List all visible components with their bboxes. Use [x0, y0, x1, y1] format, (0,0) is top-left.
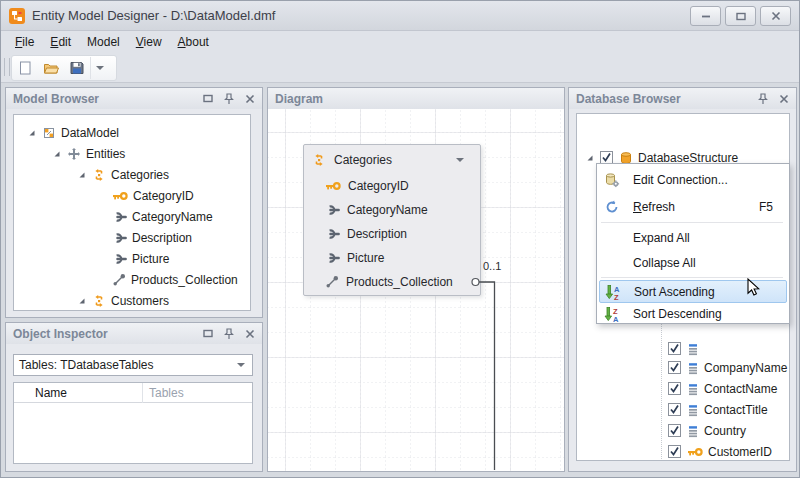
- tree-item-categoryname[interactable]: CategoryName: [112, 206, 213, 227]
- tree-item-companyname[interactable]: CompanyName: [668, 357, 787, 378]
- checkbox-checked-icon[interactable]: [668, 382, 681, 395]
- open-folder-icon: [43, 60, 59, 76]
- close-icon: [771, 11, 781, 21]
- chevron-down-icon[interactable]: [456, 158, 464, 162]
- object-inspector-panel: Object Inspector Tables: TDatabaseTables…: [5, 322, 263, 472]
- database-browser-title: Database Browser: [576, 92, 681, 106]
- column-icon: [687, 382, 699, 396]
- entity-field-picture[interactable]: Picture: [304, 246, 480, 270]
- object-inspector-header: Object Inspector: [6, 323, 262, 344]
- model-browser-panel: Model Browser DataModel Entities Categor…: [5, 87, 263, 318]
- new-document-icon: [17, 60, 33, 76]
- pin-icon[interactable]: [758, 93, 768, 105]
- pin-icon[interactable]: [224, 328, 234, 340]
- save-button[interactable]: [64, 57, 90, 79]
- tree-item-contacttitle[interactable]: ContactTitle: [668, 399, 768, 420]
- key-icon: [687, 446, 703, 458]
- grid-column-name[interactable]: Name: [35, 386, 67, 400]
- sort-descending-icon: [604, 306, 620, 322]
- object-selector-combobox[interactable]: Tables: TDatabaseTables: [13, 354, 253, 376]
- model-browser-tree: DataModel Entities Categories CategoryID…: [13, 114, 251, 311]
- expand-arrow-icon[interactable]: [53, 150, 61, 158]
- mouse-cursor-icon: [747, 278, 760, 296]
- window-title: Entity Model Designer - D:\DataModel.dmf: [32, 8, 275, 23]
- diagram-header: Diagram: [268, 88, 564, 109]
- menu-model[interactable]: Model: [79, 32, 128, 52]
- tree-item-picture[interactable]: Picture: [112, 248, 169, 269]
- database-browser-header: Database Browser: [569, 88, 796, 109]
- menu-view[interactable]: View: [128, 32, 170, 52]
- maximize-panel-icon[interactable]: [203, 94, 213, 103]
- connector-multiplicity-label: 0..1: [483, 260, 501, 272]
- minimize-button[interactable]: [690, 6, 721, 26]
- entity-field-categoryname[interactable]: CategoryName: [304, 198, 480, 222]
- context-menu: Edit Connection... Refresh F5 Expand All…: [596, 163, 790, 324]
- close-icon[interactable]: [245, 94, 255, 104]
- grid-header-row: Name Tables: [14, 383, 252, 403]
- tree-item-country[interactable]: Country: [668, 420, 746, 441]
- save-icon: [69, 60, 85, 76]
- shortcut-label: F5: [759, 200, 773, 214]
- tree-item-customerid[interactable]: CustomerID: [668, 441, 772, 461]
- entity-card-categories[interactable]: Categories CategoryID CategoryName Descr…: [303, 144, 481, 296]
- open-button[interactable]: [38, 57, 64, 79]
- wrench-field-icon: [112, 212, 127, 222]
- grid-column-tables[interactable]: Tables: [149, 386, 184, 400]
- checkbox-checked-icon[interactable]: [668, 361, 681, 374]
- tree-indent-guide: [661, 314, 663, 459]
- wrench-field-icon: [325, 205, 340, 215]
- wrench-field-icon: [325, 229, 340, 239]
- tree-item-contactname[interactable]: ContactName: [668, 378, 777, 399]
- close-icon[interactable]: [245, 329, 255, 339]
- column-icon: [687, 424, 699, 438]
- checkbox-checked-icon[interactable]: [668, 424, 681, 437]
- tree-item-entities[interactable]: Entities: [53, 143, 125, 164]
- tree-item-partial[interactable]: [668, 338, 704, 359]
- maximize-panel-icon[interactable]: [203, 329, 213, 338]
- checkbox-checked-icon[interactable]: [668, 342, 681, 355]
- maximize-button[interactable]: [725, 6, 756, 26]
- object-inspector-title: Object Inspector: [13, 327, 108, 341]
- tree-item-categoryid[interactable]: CategoryID: [112, 185, 194, 206]
- wrench-field-icon: [112, 233, 127, 243]
- menu-item-expand-all[interactable]: Expand All: [599, 225, 787, 250]
- new-button[interactable]: [12, 57, 38, 79]
- app-icon: [9, 8, 25, 24]
- object-selector-value: Tables: TDatabaseTables: [19, 358, 154, 372]
- checkbox-checked-icon[interactable]: [668, 403, 681, 416]
- expand-arrow-icon[interactable]: [78, 171, 86, 179]
- link-icon: [112, 273, 126, 287]
- menu-edit[interactable]: Edit: [42, 32, 79, 52]
- menu-item-collapse-all[interactable]: Collapse All: [599, 250, 787, 275]
- toolbar: [1, 53, 799, 83]
- toolbar-grip[interactable]: [4, 58, 10, 76]
- entity-field-categoryid[interactable]: CategoryID: [304, 174, 480, 198]
- expand-arrow-icon[interactable]: [28, 129, 36, 137]
- close-button[interactable]: [760, 6, 791, 26]
- checkbox-checked-icon[interactable]: [668, 445, 681, 458]
- wrench-field-icon: [112, 254, 127, 264]
- tree-item-datamodel[interactable]: DataModel: [28, 122, 119, 143]
- entity-field-description[interactable]: Description: [304, 222, 480, 246]
- entity-card-header[interactable]: Categories: [304, 145, 480, 174]
- tree-item-categories[interactable]: Categories: [78, 164, 169, 185]
- tree-item-description[interactable]: Description: [112, 227, 192, 248]
- toolbar-dropdown-button[interactable]: [90, 57, 109, 79]
- diagram-canvas[interactable]: Categories CategoryID CategoryName Descr…: [268, 109, 564, 471]
- tree-item-products-collection[interactable]: Products_Collection: [112, 269, 238, 290]
- entity-field-products-collection[interactable]: Products_Collection: [304, 270, 480, 294]
- menu-item-refresh[interactable]: Refresh F5: [599, 193, 787, 220]
- pin-icon[interactable]: [224, 93, 234, 105]
- tree-item-customers[interactable]: Customers: [78, 290, 169, 311]
- menu-file[interactable]: File: [7, 32, 42, 52]
- menu-about[interactable]: About: [170, 32, 217, 52]
- maximize-icon: [736, 12, 746, 21]
- expand-arrow-icon[interactable]: [586, 154, 594, 162]
- menu-item-edit-connection[interactable]: Edit Connection...: [599, 166, 787, 193]
- menu-item-sort-descending[interactable]: Sort Descending: [599, 303, 787, 324]
- menu-bar: File Edit Model View About: [1, 31, 799, 53]
- chevron-down-icon: [96, 66, 104, 70]
- close-icon[interactable]: [779, 94, 789, 104]
- key-icon: [112, 190, 128, 202]
- expand-arrow-icon[interactable]: [78, 297, 86, 305]
